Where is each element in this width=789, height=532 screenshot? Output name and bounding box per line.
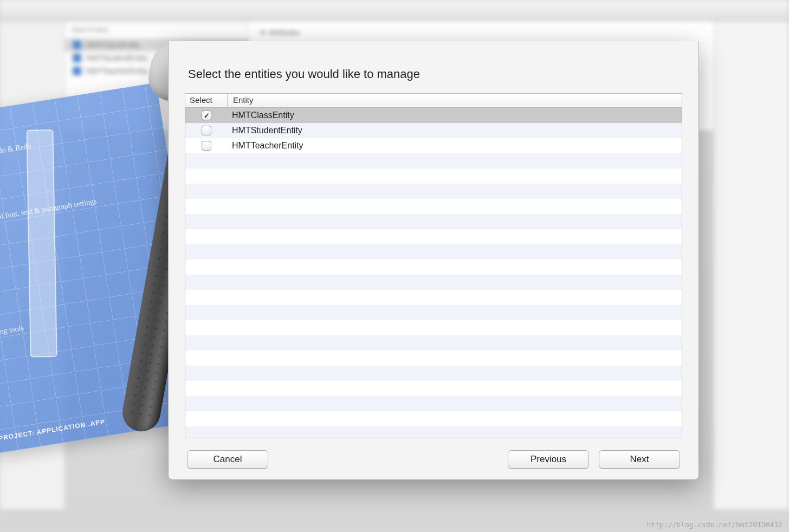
bg-toolbar (0, 0, 789, 22)
checkbox-icon[interactable] (202, 126, 211, 135)
cell-select (185, 126, 228, 135)
cell-entity-name: HMTClassEntity (228, 111, 682, 120)
bg-attributes-header: ▼ Attributes (249, 22, 713, 43)
column-header-entity[interactable]: Entity (228, 94, 682, 107)
column-header-select[interactable]: Select (185, 94, 228, 107)
checkbox-icon[interactable] (202, 141, 211, 151)
entity-table: Select Entity HMTClassEntity HMTStudentE… (185, 93, 682, 438)
cell-select (185, 111, 228, 120)
checkbox-icon[interactable] (202, 111, 211, 120)
cell-entity-name: HMTTeacherEntity (228, 141, 682, 151)
table-row[interactable]: HMTClassEntity (185, 108, 682, 123)
cell-select (185, 141, 228, 151)
watermark-text: http://blog.csdn.net/hmt20130412 (647, 521, 782, 529)
cell-entity-name: HMTStudentEntity (228, 126, 682, 135)
previous-button[interactable]: Previous (508, 450, 589, 469)
button-bar: Cancel Previous Next (185, 438, 682, 469)
entity-selection-dialog: Select the entities you would like to ma… (168, 41, 699, 480)
table-row[interactable]: HMTTeacherEntity (185, 138, 682, 153)
blueprint-text: editing tools (0, 323, 24, 339)
cancel-button[interactable]: Cancel (187, 450, 268, 469)
table-row[interactable]: HMTStudentEntity (185, 123, 682, 138)
table-body[interactable]: HMTClassEntity HMTStudentEntity HMTTeach… (185, 108, 682, 438)
table-header: Select Entity (185, 94, 682, 108)
stripe-background (185, 108, 682, 438)
next-button[interactable]: Next (599, 450, 680, 469)
bg-entities-header: ENTITIES (65, 22, 249, 38)
bg-inspector (713, 22, 789, 509)
dialog-title: Select the entities you would like to ma… (188, 67, 679, 81)
